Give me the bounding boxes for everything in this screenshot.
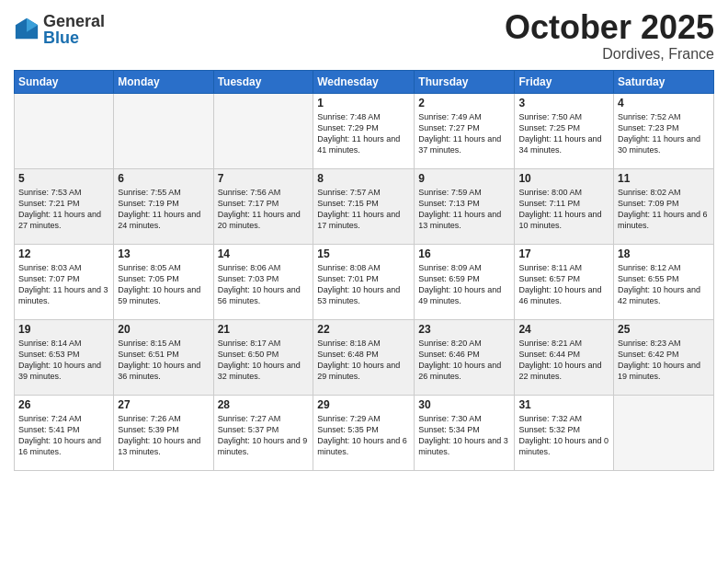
calendar-week-3: 12Sunrise: 8:03 AM Sunset: 7:07 PM Dayli…: [15, 244, 714, 319]
day-number: 23: [418, 323, 510, 336]
day-detail: Sunrise: 8:20 AM Sunset: 6:46 PM Dayligh…: [418, 338, 510, 383]
day-detail: Sunrise: 8:00 AM Sunset: 7:11 PM Dayligh…: [518, 187, 609, 232]
day-detail: Sunrise: 8:03 AM Sunset: 7:07 PM Dayligh…: [18, 262, 109, 307]
day-detail: Sunrise: 8:23 AM Sunset: 6:42 PM Dayligh…: [618, 338, 710, 383]
calendar-cell: 13Sunrise: 8:05 AM Sunset: 7:05 PM Dayli…: [114, 244, 213, 319]
day-number: 19: [18, 323, 109, 336]
calendar-cell: 19Sunrise: 8:14 AM Sunset: 6:53 PM Dayli…: [15, 319, 114, 395]
day-number: 1: [317, 97, 410, 109]
day-detail: Sunrise: 7:52 AM Sunset: 7:23 PM Dayligh…: [618, 111, 710, 156]
day-number: 28: [218, 398, 310, 411]
day-detail: Sunrise: 8:02 AM Sunset: 7:09 PM Dayligh…: [618, 187, 710, 232]
calendar-cell: 4Sunrise: 7:52 AM Sunset: 7:23 PM Daylig…: [614, 93, 714, 168]
day-detail: Sunrise: 8:17 AM Sunset: 6:50 PM Dayligh…: [218, 338, 310, 383]
calendar-cell: 28Sunrise: 7:27 AM Sunset: 5:37 PM Dayli…: [213, 395, 313, 470]
calendar-cell: 18Sunrise: 8:12 AM Sunset: 6:55 PM Dayli…: [614, 244, 714, 319]
calendar-cell: 26Sunrise: 7:24 AM Sunset: 5:41 PM Dayli…: [15, 395, 114, 470]
day-number: 17: [518, 247, 609, 260]
calendar-week-1: 1Sunrise: 7:48 AM Sunset: 7:29 PM Daylig…: [15, 93, 714, 168]
calendar-cell: 11Sunrise: 8:02 AM Sunset: 7:09 PM Dayli…: [614, 168, 714, 244]
calendar-header-saturday: Saturday: [614, 70, 714, 93]
day-detail: Sunrise: 8:18 AM Sunset: 6:48 PM Dayligh…: [317, 338, 410, 383]
day-number: 6: [118, 172, 209, 185]
day-detail: Sunrise: 7:55 AM Sunset: 7:19 PM Dayligh…: [118, 187, 209, 232]
calendar-cell: 24Sunrise: 8:21 AM Sunset: 6:44 PM Dayli…: [515, 319, 614, 395]
calendar-header-friday: Friday: [515, 70, 614, 93]
day-number: 25: [618, 323, 710, 336]
header: General Blue October 2025 Dordives, Fran…: [14, 9, 714, 63]
day-number: 3: [518, 97, 609, 109]
day-number: 9: [418, 172, 510, 185]
day-number: 5: [18, 172, 109, 185]
day-number: 12: [18, 247, 109, 260]
day-detail: Sunrise: 8:09 AM Sunset: 6:59 PM Dayligh…: [418, 262, 510, 307]
calendar-cell: 12Sunrise: 8:03 AM Sunset: 7:07 PM Dayli…: [15, 244, 114, 319]
day-detail: Sunrise: 7:56 AM Sunset: 7:17 PM Dayligh…: [218, 187, 310, 232]
day-detail: Sunrise: 7:29 AM Sunset: 5:35 PM Dayligh…: [317, 413, 410, 458]
day-number: 16: [418, 247, 510, 260]
calendar-table: SundayMondayTuesdayWednesdayThursdayFrid…: [14, 70, 714, 471]
day-detail: Sunrise: 8:12 AM Sunset: 6:55 PM Dayligh…: [618, 262, 710, 307]
logo-blue: Blue: [43, 29, 105, 46]
day-number: 30: [418, 398, 510, 411]
day-detail: Sunrise: 8:14 AM Sunset: 6:53 PM Dayligh…: [18, 338, 109, 383]
day-number: 26: [18, 398, 109, 411]
day-number: 29: [317, 398, 410, 411]
page: General Blue October 2025 Dordives, Fran…: [0, 0, 728, 563]
day-detail: Sunrise: 7:53 AM Sunset: 7:21 PM Dayligh…: [18, 187, 109, 232]
day-number: 13: [118, 247, 209, 260]
day-number: 31: [518, 398, 609, 411]
calendar-cell: 16Sunrise: 8:09 AM Sunset: 6:59 PM Dayli…: [415, 244, 515, 319]
day-number: 21: [218, 323, 310, 336]
day-number: 20: [118, 323, 209, 336]
logo: General Blue: [14, 13, 105, 46]
logo-text: General Blue: [43, 13, 105, 46]
calendar-cell: 21Sunrise: 8:17 AM Sunset: 6:50 PM Dayli…: [213, 319, 313, 395]
day-number: 15: [317, 247, 410, 260]
calendar-cell: 23Sunrise: 8:20 AM Sunset: 6:46 PM Dayli…: [415, 319, 515, 395]
calendar-week-2: 5Sunrise: 7:53 AM Sunset: 7:21 PM Daylig…: [15, 168, 714, 244]
month-title: October 2025: [505, 9, 714, 46]
day-detail: Sunrise: 8:21 AM Sunset: 6:44 PM Dayligh…: [518, 338, 609, 383]
calendar-week-4: 19Sunrise: 8:14 AM Sunset: 6:53 PM Dayli…: [15, 319, 714, 395]
calendar-cell: 14Sunrise: 8:06 AM Sunset: 7:03 PM Dayli…: [213, 244, 313, 319]
calendar-header-thursday: Thursday: [415, 70, 515, 93]
calendar-cell: 20Sunrise: 8:15 AM Sunset: 6:51 PM Dayli…: [114, 319, 213, 395]
logo-icon: [14, 17, 40, 42]
day-number: 8: [317, 172, 410, 185]
logo-general: General: [43, 13, 105, 29]
calendar-cell: 8Sunrise: 7:57 AM Sunset: 7:15 PM Daylig…: [313, 168, 415, 244]
day-number: 22: [317, 323, 410, 336]
day-detail: Sunrise: 7:30 AM Sunset: 5:34 PM Dayligh…: [418, 413, 510, 458]
calendar-cell: 22Sunrise: 8:18 AM Sunset: 6:48 PM Dayli…: [313, 319, 415, 395]
day-detail: Sunrise: 8:06 AM Sunset: 7:03 PM Dayligh…: [218, 262, 310, 307]
calendar-week-5: 26Sunrise: 7:24 AM Sunset: 5:41 PM Dayli…: [15, 395, 714, 470]
calendar-cell: [15, 93, 114, 168]
calendar-header-sunday: Sunday: [15, 70, 114, 93]
day-detail: Sunrise: 8:15 AM Sunset: 6:51 PM Dayligh…: [118, 338, 209, 383]
day-number: 14: [218, 247, 310, 260]
calendar-header-tuesday: Tuesday: [213, 70, 313, 93]
calendar-cell: 3Sunrise: 7:50 AM Sunset: 7:25 PM Daylig…: [515, 93, 614, 168]
calendar-cell: 10Sunrise: 8:00 AM Sunset: 7:11 PM Dayli…: [515, 168, 614, 244]
day-number: 2: [418, 97, 510, 109]
calendar-cell: [213, 93, 313, 168]
calendar-cell: 7Sunrise: 7:56 AM Sunset: 7:17 PM Daylig…: [213, 168, 313, 244]
day-number: 4: [618, 97, 710, 109]
day-detail: Sunrise: 7:57 AM Sunset: 7:15 PM Dayligh…: [317, 187, 410, 232]
calendar-cell: 31Sunrise: 7:32 AM Sunset: 5:32 PM Dayli…: [515, 395, 614, 470]
day-detail: Sunrise: 7:27 AM Sunset: 5:37 PM Dayligh…: [218, 413, 310, 458]
day-number: 10: [518, 172, 609, 185]
calendar-cell: 9Sunrise: 7:59 AM Sunset: 7:13 PM Daylig…: [415, 168, 515, 244]
calendar-cell: 2Sunrise: 7:49 AM Sunset: 7:27 PM Daylig…: [415, 93, 515, 168]
day-detail: Sunrise: 8:08 AM Sunset: 7:01 PM Dayligh…: [317, 262, 410, 307]
day-number: 18: [618, 247, 710, 260]
calendar-cell: 6Sunrise: 7:55 AM Sunset: 7:19 PM Daylig…: [114, 168, 213, 244]
calendar-header-wednesday: Wednesday: [313, 70, 415, 93]
calendar-cell: [114, 93, 213, 168]
calendar-cell: [614, 395, 714, 470]
calendar-header-monday: Monday: [114, 70, 213, 93]
day-detail: Sunrise: 7:32 AM Sunset: 5:32 PM Dayligh…: [518, 413, 609, 458]
calendar-cell: 25Sunrise: 8:23 AM Sunset: 6:42 PM Dayli…: [614, 319, 714, 395]
day-number: 27: [118, 398, 209, 411]
